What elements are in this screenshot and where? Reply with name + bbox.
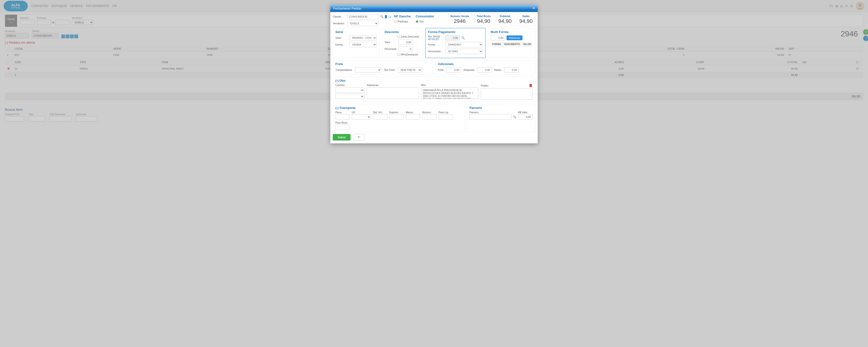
uf-select[interactable] — [352, 114, 371, 120]
adic-title: Adicionais — [438, 62, 533, 66]
t2-value: 94,90 — [477, 18, 491, 24]
evento-select[interactable]: VENDA — [349, 42, 377, 47]
mth-valor: VALOR — [522, 42, 533, 47]
t4-value: 94,90 — [519, 18, 533, 24]
nfe-destacar-radio[interactable]: NFe(Destacar) — [397, 53, 420, 56]
marca-input[interactable] — [406, 114, 420, 120]
t4-label: Saldo — [519, 15, 533, 18]
adic-rateio-input[interactable] — [504, 67, 519, 72]
venc-label: Vencimento: — [428, 50, 444, 53]
forma-select[interactable]: DINHEIRO — [445, 42, 483, 47]
parceiro-panel: Parceiro Parceiro: 🔍 R$ Valor: — [467, 104, 535, 124]
carimbo-select-2[interactable] — [335, 94, 364, 99]
radio-dot-icon — [394, 20, 397, 23]
mth-forma: FORMA — [491, 42, 502, 47]
adicionais-panel: Adicionais Frete: Despesas: Rateio: — [435, 60, 535, 75]
vendedor-select[interactable]: GISELE — [347, 21, 378, 26]
parceiro-title: Parceiro — [469, 106, 533, 109]
tipofrete-label: Tipo Frete: — [384, 69, 396, 71]
t1-label: Numero Venda — [451, 15, 469, 18]
parc-search-icon[interactable]: 🔍 — [513, 115, 516, 119]
t2-label: Total Bruto — [477, 15, 491, 18]
pesoliq-input[interactable] — [439, 114, 453, 120]
total-numero-venda: Numero Venda 2946 — [448, 14, 472, 26]
nf-gaucha-block: NF Gaucha Participa — [394, 14, 413, 26]
serie-label: Serie: — [335, 37, 348, 39]
total-subtotal: Subtotal 94,90 — [496, 14, 514, 26]
modal-body: Cliente: 🔍 👤 🗂 Vendedor: GISELE NF — [330, 12, 538, 124]
perc-input[interactable] — [399, 46, 413, 52]
aut-link[interactable]: 44.310,82 — [428, 38, 444, 40]
pesobruto-label: Peso Bruto: — [335, 121, 350, 124]
adic-frete-input[interactable] — [446, 67, 461, 72]
pesoliq-label: Peso Liq: — [439, 111, 453, 114]
forma-pagamento-panel: Forma Pagamento Aut. Venda: 44.310,82 🔍 … — [425, 28, 486, 58]
search-icon[interactable]: 🔍 — [380, 15, 383, 18]
transp-label: Transportadora: — [335, 69, 352, 71]
adic-desp-label: Despesas: — [463, 69, 475, 71]
cliente-label: Cliente: — [333, 15, 346, 18]
parc-input[interactable] — [469, 114, 512, 120]
sep-label: Separacao: — [367, 84, 418, 87]
tipofrete-select[interactable]: SEM FRETE — [398, 67, 422, 72]
especie-input[interactable] — [390, 114, 404, 120]
nf-participa-radio[interactable]: Participa — [394, 20, 413, 23]
nf-title: NF Gaucha — [394, 14, 413, 18]
consumidor-block: Consumidor Sim — [416, 14, 435, 26]
valor-label: Valor: — [384, 41, 397, 43]
card-icon[interactable]: 🗂 — [388, 15, 392, 18]
obs-title[interactable]: (-) Obs — [335, 79, 533, 83]
pedido-textarea[interactable] — [481, 88, 533, 100]
cliente-input[interactable] — [347, 14, 378, 19]
fechamento-modal: Fechamento Pedido ✕ Cliente: 🔍 👤 🗂 Vende… — [330, 5, 538, 124]
aut-label: Aut. Venda: — [428, 35, 444, 38]
mth-venc: VENCIMENTO — [502, 42, 522, 47]
serie-select[interactable]: PADRAO - CON — [349, 35, 377, 40]
num-input[interactable] — [422, 114, 437, 120]
totals-block: Numero Venda 2946 Total Bruto 94,90 Subt… — [448, 14, 535, 26]
modal-title: Fechamento Pedido — [333, 7, 361, 10]
zerar-radio[interactable]: Zerar Desconto — [397, 35, 420, 38]
modal-header: Fechamento Pedido ✕ — [330, 5, 538, 12]
search-small-icon[interactable]: 🔍 — [461, 36, 465, 39]
transporte-title[interactable]: (-) Transporte — [335, 106, 462, 109]
transp-select[interactable] — [355, 67, 381, 72]
radio-dot-icon-checked — [416, 20, 418, 23]
close-icon[interactable]: ✕ — [532, 6, 535, 10]
t3-value: 94,90 — [498, 18, 512, 24]
frete-title: Frete — [335, 62, 430, 66]
marca-label: Marca: — [406, 111, 420, 114]
desconto-title: Desconto — [384, 30, 420, 34]
obs-panel: (-) Obs Carimbo: Separacao: NFe: OBRIGAD… — [333, 76, 535, 102]
adic-desp-input[interactable] — [477, 67, 492, 72]
radio-icon-2 — [397, 53, 400, 56]
radio-icon — [397, 35, 400, 38]
frete-panel: Frete Transportadora: Tipo Frete: SEM FR… — [333, 60, 433, 75]
multi-input[interactable] — [491, 35, 505, 40]
evento-label: Evento: — [335, 43, 348, 46]
nfe-obs-label: NFe: — [421, 84, 478, 87]
multi-table: FORMA VENCIMENTO VALOR — [491, 42, 533, 47]
pdf-icon[interactable]: 📕 — [529, 84, 533, 87]
total-saldo: Saldo 94,90 — [517, 14, 535, 26]
placa-label: Placa: — [335, 111, 350, 114]
forma-label: Forma: — [428, 43, 444, 46]
desconto-panel: Desconto Zerar Desconto Valor: Percentua… — [382, 28, 423, 58]
valor-input[interactable] — [399, 39, 413, 45]
user-add-icon[interactable]: 👤 — [384, 15, 388, 18]
qtdvol-input[interactable] — [373, 114, 388, 120]
rsvalor-input[interactable] — [518, 114, 533, 120]
vendedor-label: Vendedor: — [333, 22, 346, 25]
venc-select[interactable]: 30 DIAS — [445, 49, 483, 54]
cliente-vendedor-block: Cliente: 🔍 👤 🗂 Vendedor: GISELE — [333, 14, 392, 26]
placa-input[interactable] — [335, 114, 350, 120]
sep-textarea[interactable] — [367, 88, 418, 99]
adic-rateio-label: Rateio: — [494, 69, 502, 71]
adicionar-button[interactable]: Adicionar — [506, 35, 523, 40]
nfe-textarea[interactable]: OBRIGADA PELA PREFERENCIA, DEVOLUCOES SE… — [421, 88, 478, 99]
modal-top-row: Cliente: 🔍 👤 🗂 Vendedor: GISELE NF — [333, 14, 535, 26]
multi-title: Multi Forma — [491, 30, 533, 34]
carimbo-select-1[interactable] — [335, 88, 364, 93]
consumidor-sim-radio[interactable]: Sim — [416, 20, 435, 23]
nfe-destacar-label: NFe(Destacar) — [401, 53, 418, 56]
